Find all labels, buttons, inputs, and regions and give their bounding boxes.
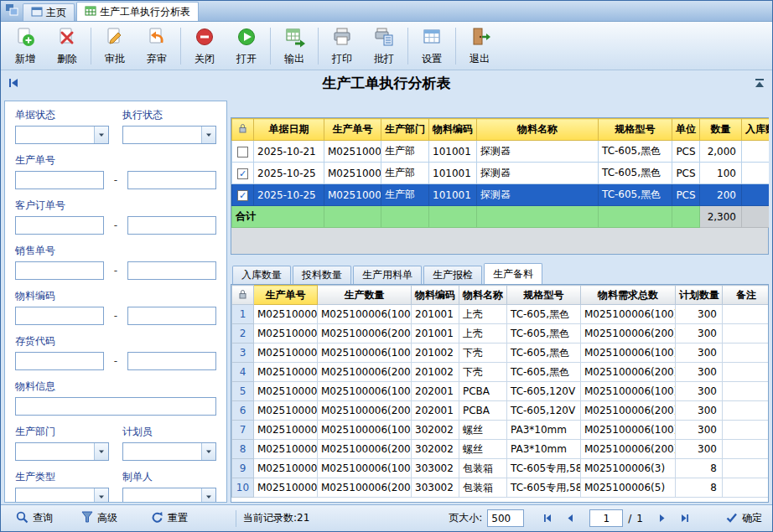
col-header-qty[interactable]: 数量 xyxy=(700,119,742,141)
last-page-icon[interactable] xyxy=(679,513,690,524)
material-code-to-input[interactable] xyxy=(127,307,216,325)
close-button[interactable]: 关闭 xyxy=(184,24,226,68)
col-header-order[interactable]: 生产单号 xyxy=(324,119,381,141)
prod-type-select[interactable] xyxy=(15,488,109,503)
approve-button[interactable]: 审批 xyxy=(94,24,136,68)
collapse-up-icon[interactable] xyxy=(754,77,765,91)
table-row[interactable]: 10 M025100006 M025100006(200) 303002 包装箱… xyxy=(232,478,770,498)
inventory-code-from-input[interactable] xyxy=(15,352,104,370)
cell-order: M025100006 xyxy=(254,421,318,440)
table-row[interactable]: 1 M025100006 M025100006(100) 201001 上壳 T… xyxy=(232,305,770,324)
col-header-in-qty[interactable]: 入库数量 xyxy=(742,119,770,141)
table-row[interactable]: 4 M025100006 M025100006(200) 201002 下壳 T… xyxy=(232,363,770,382)
table-row[interactable]: ✓ 2025-10-25 M025100006 生产部 101001 探测器 T… xyxy=(232,163,770,184)
tab-material-prep[interactable]: 生产备料 xyxy=(484,263,542,284)
detail-tab-strip: 入库数量 投料数量 生产用料单 生产报检 生产备料 xyxy=(231,263,769,284)
add-icon xyxy=(14,26,36,50)
exit-icon xyxy=(469,26,490,50)
print-button[interactable]: 打印 xyxy=(321,24,363,68)
cell-note xyxy=(723,324,770,343)
prod-no-from-input[interactable] xyxy=(15,171,104,189)
col-header-demand[interactable]: 物料需求总数 xyxy=(581,286,676,305)
page-separator: / xyxy=(628,513,631,524)
open-button[interactable]: 打开 xyxy=(226,24,267,68)
batch-print-button[interactable]: 批打 xyxy=(363,24,405,68)
col-header-unit[interactable]: 单位 xyxy=(672,119,700,141)
cell-spec: TC-605,黑色 xyxy=(599,163,672,184)
table-row[interactable]: 2025-10-21 M025100005 生产部 101001 探测器 TC-… xyxy=(232,141,770,163)
reset-button[interactable]: 重置 xyxy=(151,511,188,526)
tab-warehouse-in-qty[interactable]: 入库数量 xyxy=(232,266,291,284)
row-checkbox[interactable]: ✓ xyxy=(237,168,248,179)
ok-button[interactable]: 确定 xyxy=(725,511,762,526)
tab-home[interactable]: 主页 xyxy=(23,3,75,21)
creator-select[interactable] xyxy=(122,488,216,503)
page-number-input[interactable] xyxy=(589,509,623,527)
col-header-code[interactable]: 物料编码 xyxy=(429,119,477,141)
exec-status-select[interactable] xyxy=(122,126,216,144)
table-row[interactable]: 2 M025100006 M025100006(200) 201001 上壳 T… xyxy=(232,324,770,343)
tab-material-list[interactable]: 生产用料单 xyxy=(353,266,422,284)
col-header-order[interactable]: 生产单号 xyxy=(254,286,318,305)
export-button[interactable]: 输出 xyxy=(273,24,315,68)
material-code-from-input[interactable] xyxy=(15,307,104,325)
cell-qty: M025100006(100) xyxy=(318,343,412,363)
col-header-dept[interactable]: 生产部门 xyxy=(381,119,429,141)
cell-spec: PA3*10mm xyxy=(507,440,581,459)
tab-analysis-report[interactable]: 生产工单执行分析表 xyxy=(76,2,199,21)
customer-order-from-input[interactable] xyxy=(15,216,104,235)
row-checkbox[interactable]: ✓ xyxy=(237,190,248,201)
material-info-input[interactable] xyxy=(15,397,216,416)
col-header-name[interactable]: 物料名称 xyxy=(477,119,599,141)
prod-no-to-input[interactable] xyxy=(127,171,216,189)
customer-order-to-input[interactable] xyxy=(127,216,216,235)
sales-no-to-input[interactable] xyxy=(127,261,216,280)
collapse-left-icon[interactable] xyxy=(8,77,19,91)
table-row-selected[interactable]: ✓ 2025-10-25 M025100006 生产部 101001 探测器 T… xyxy=(232,184,770,206)
tab-inspection[interactable]: 生产报检 xyxy=(423,266,482,284)
advanced-button[interactable]: 高级 xyxy=(81,511,117,525)
prod-dept-select[interactable] xyxy=(15,442,109,461)
cell-name: 螺丝 xyxy=(459,421,507,440)
next-page-icon[interactable] xyxy=(656,513,667,524)
col-header-spec[interactable]: 规格型号 xyxy=(507,286,581,305)
table-row[interactable]: 8 M025100006 M025100006(200) 302002 螺丝 P… xyxy=(232,440,770,459)
col-header-qty[interactable]: 生产数量 xyxy=(318,286,412,305)
sales-no-from-input[interactable] xyxy=(15,261,104,280)
doc-status-select[interactable] xyxy=(15,126,109,144)
table-row[interactable]: 3 M025100006 M025100006(100) 201002 下壳 T… xyxy=(232,343,770,363)
prev-page-icon[interactable] xyxy=(565,513,576,524)
table-row[interactable]: 5 M025100006 M025100006(100) 202001 PCBA… xyxy=(232,382,770,401)
page-size-input[interactable] xyxy=(487,509,524,527)
inventory-code-to-input[interactable] xyxy=(127,352,216,370)
exit-button[interactable]: 退出 xyxy=(459,24,501,68)
add-button[interactable]: 新增 xyxy=(4,24,46,68)
settings-button[interactable]: 设置 xyxy=(411,24,453,68)
search-icon xyxy=(16,511,29,526)
cell-spec: TC-605专用,58 xyxy=(507,459,581,478)
row-number: 1 xyxy=(232,305,254,324)
row-checkbox[interactable] xyxy=(237,147,248,158)
col-header-name[interactable]: 物料名称 xyxy=(459,286,507,305)
planner-select[interactable] xyxy=(122,442,216,461)
reset-undo-icon xyxy=(151,511,163,526)
delete-button[interactable]: 删除 xyxy=(46,24,88,68)
col-header-code[interactable]: 物料编码 xyxy=(412,286,459,305)
first-page-icon[interactable] xyxy=(542,513,553,524)
table-row[interactable]: 9 M025100006 M025100006(100) 303002 包装箱 … xyxy=(232,459,770,478)
prod-dept-label: 生产部门 xyxy=(15,425,122,439)
cell-demand: M025100006(100) xyxy=(581,343,676,363)
col-header-date[interactable]: 单据日期 xyxy=(254,119,324,141)
col-header-plan[interactable]: 计划数量 xyxy=(676,286,723,305)
col-header-note[interactable]: 备注 xyxy=(723,286,770,305)
table-row[interactable]: 6 M025100006 M025100006(200) 202001 PCBA… xyxy=(232,401,770,421)
col-header-spec[interactable]: 规格型号 xyxy=(599,119,672,141)
unapprove-label: 弃审 xyxy=(147,52,167,66)
tab-feeding-qty[interactable]: 投料数量 xyxy=(293,266,351,284)
unapprove-button[interactable]: 弃审 xyxy=(136,24,178,68)
cell-qty: M025100006(200) xyxy=(318,440,412,459)
table-row[interactable]: 7 M025100006 M025100006(100) 302002 螺丝 P… xyxy=(232,421,770,440)
cell-code: 202001 xyxy=(412,382,459,401)
query-button[interactable]: 查询 xyxy=(16,511,53,526)
statusbar-separator xyxy=(236,510,236,527)
